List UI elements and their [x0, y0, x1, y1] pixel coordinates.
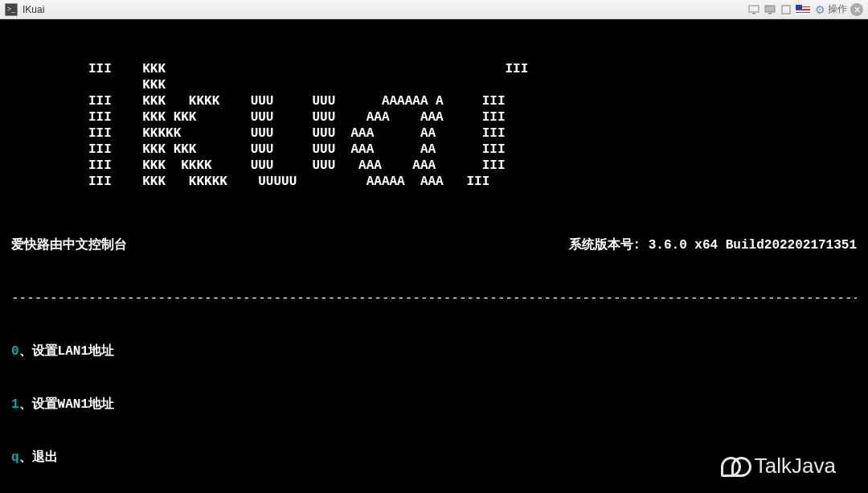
console-title: 爱快路由中文控制台: [11, 236, 569, 254]
svg-rect-0: [749, 6, 759, 12]
app-title: IKuai: [23, 4, 44, 15]
terminal-area[interactable]: III KKK III KKK III KKK KKKK UUU UUU AAA…: [0, 19, 868, 493]
close-icon[interactable]: ✕: [850, 3, 863, 16]
monitor1-icon[interactable]: [747, 3, 760, 16]
svg-rect-2: [765, 6, 775, 12]
divider-line: ----------------------------------------…: [11, 290, 857, 307]
ops-label[interactable]: 操作: [828, 2, 847, 16]
gear-icon[interactable]: ⚙: [813, 3, 826, 16]
app-icon: >_: [5, 3, 18, 16]
watermark: TalkJava: [721, 454, 836, 479]
menu-item-wan1: 1、设置WAN1地址: [11, 396, 857, 413]
console-header: 爱快路由中文控制台系统版本号: 3.6.0 x64 Build202202171…: [11, 236, 857, 254]
version-line: 系统版本号: 3.6.0 x64 Build202202171351: [569, 236, 857, 254]
ascii-logo: III KKK III KKK III KKK KKKK UUU UUU AAA…: [11, 61, 857, 190]
svg-rect-4: [782, 6, 790, 14]
watermark-text: TalkJava: [755, 454, 836, 479]
window-icon[interactable]: [780, 3, 792, 16]
menu-item-lan1: 0、设置LAN1地址: [11, 343, 857, 360]
flag-us-icon[interactable]: [796, 5, 810, 14]
wechat-icon: [721, 455, 748, 478]
svg-rect-1: [752, 13, 755, 14]
monitor2-icon[interactable]: [764, 3, 776, 16]
svg-rect-3: [768, 13, 772, 14]
window-titlebar: >_ IKuai ⚙ 操作 ✕: [0, 0, 868, 19]
